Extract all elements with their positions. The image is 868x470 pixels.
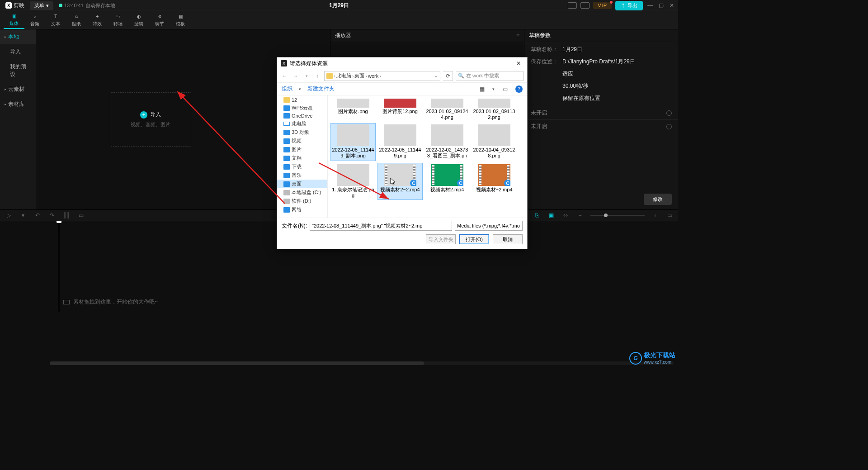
file-item[interactable]: 2022-12-08_111449_副本.png — [330, 123, 376, 161]
cancel-button[interactable]: 取消 — [493, 234, 523, 244]
file-item[interactable]: 2023-01-02_091132.png — [472, 97, 517, 121]
redo-icon[interactable]: ↷ — [48, 211, 56, 219]
open-button[interactable]: 打开(O) — [459, 234, 489, 244]
tree-node-软件 (D:)[interactable]: 软件 (D:) — [277, 197, 327, 205]
file-item[interactable]: 2022-12-02_143733_看图王_副本.png — [425, 123, 470, 161]
image-thumbnail — [431, 124, 463, 146]
computer-icon — [283, 122, 290, 126]
tree-node-网络[interactable]: 网络 — [277, 205, 327, 214]
tree-node-3D 对象[interactable]: 3D 对象 — [277, 128, 327, 137]
nav-back-icon[interactable]: ← — [281, 72, 289, 80]
close-button[interactable]: ✕ — [668, 2, 675, 9]
preview-pane-icon[interactable]: ▭ — [501, 86, 509, 92]
zoom-out-icon[interactable]: − — [576, 211, 584, 219]
file-item[interactable]: 2023-01-02_091244.png — [425, 97, 470, 121]
tool-tab-调节[interactable]: ⚙调节 — [149, 11, 170, 29]
zoom-slider[interactable] — [590, 215, 645, 216]
scale-icon[interactable]: ⇔ — [561, 211, 570, 219]
help-icon[interactable]: ? — [515, 85, 523, 93]
chevron-down-icon[interactable]: ▾ — [19, 211, 27, 219]
tree-node-OneDrive[interactable]: OneDrive — [277, 112, 327, 119]
tree-node-文档[interactable]: 文档 — [277, 154, 327, 162]
filetype-filter[interactable] — [455, 221, 523, 231]
tool-tab-模板[interactable]: ▦模板 — [170, 11, 191, 29]
tree-node-视频[interactable]: 视频 — [277, 137, 327, 145]
file-item[interactable]: 2022-12-08_111449.png — [377, 123, 423, 161]
dialog-close-button[interactable]: ✕ — [514, 59, 524, 67]
file-item[interactable]: C视频素材2~2.mp4 — [377, 163, 423, 199]
preview-icon[interactable]: ▣ — [547, 211, 555, 219]
chevron-down-icon[interactable]: ⌄ — [434, 73, 438, 79]
export-button[interactable]: ⭱ 导出 — [615, 1, 643, 10]
file-item[interactable]: 2022-10-04_093128.png — [472, 123, 517, 161]
sidebar-item-素材库[interactable]: ▸素材库 — [0, 97, 36, 112]
file-item[interactable]: 图片背景12.png — [377, 97, 423, 121]
breadcrumb-item[interactable]: 此电脑 — [336, 72, 351, 79]
breadcrumb[interactable]: › 此电脑 › 桌面 › work › ⌄ — [324, 71, 440, 81]
undo-icon[interactable]: ↶ — [33, 211, 42, 219]
tree-node-下载[interactable]: 下载 — [277, 162, 327, 171]
breadcrumb-item[interactable]: 桌面 — [354, 72, 364, 79]
tree-node-图片[interactable]: 图片 — [277, 145, 327, 154]
dialog-file-grid[interactable]: 图片素材.png图片背景12.png2023-01-02_091244.png2… — [328, 95, 527, 218]
player-menu-icon[interactable]: ≡ — [516, 33, 519, 39]
import-dropzone[interactable]: + 导入 视频、音频、图片 — [110, 92, 191, 147]
dialog-folder-tree[interactable]: 12WPS云盘OneDrive此电脑3D 对象视频图片文档下载音乐桌面本地磁盘 … — [277, 95, 328, 218]
link-icon[interactable]: ⎘ — [533, 211, 541, 219]
timeline-scrollbar[interactable] — [50, 361, 674, 365]
plus-icon: + — [140, 111, 147, 119]
zoom-in-icon[interactable]: + — [651, 211, 659, 219]
sidebar-item-我的预设[interactable]: 我的预设 — [0, 59, 36, 82]
breadcrumb-item[interactable]: work — [368, 73, 378, 79]
tool-tab-转场[interactable]: ⇆转场 — [108, 11, 128, 29]
file-item[interactable]: 图片素材.png — [330, 97, 376, 121]
import-folder-button[interactable]: 导入文件夹 — [426, 234, 456, 244]
file-item[interactable]: C视频素材2.mp4 — [425, 163, 470, 199]
tree-node-桌面[interactable]: 桌面 — [277, 180, 327, 188]
draft-params-panel: 草稿参数 草稿名称：1月29日保存位置：D:/JianyingPro Draft… — [524, 29, 678, 209]
sidebar-item-云素材[interactable]: ▸云素材 — [0, 82, 36, 97]
sidebar-item-本地[interactable]: ▸本地 — [0, 29, 36, 44]
vip-badge[interactable]: VIP — [593, 2, 612, 9]
refresh-button[interactable]: ⟳ — [443, 71, 453, 81]
tree-node-此电脑[interactable]: 此电脑 — [277, 119, 327, 128]
filename-input[interactable] — [310, 221, 452, 231]
minimize-button[interactable]: — — [646, 2, 654, 9]
new-folder-button[interactable]: 新建文件夹 — [307, 85, 335, 93]
layout-icon[interactable] — [580, 2, 590, 9]
sync-badge-icon: C — [504, 180, 510, 186]
delete-icon[interactable]: ▭ — [77, 211, 85, 219]
nav-up-icon[interactable]: ↑ — [313, 72, 321, 80]
shortcut-icon[interactable] — [568, 2, 577, 9]
sidebar-item-导入[interactable]: 导入 — [0, 44, 36, 59]
nav-forward-icon[interactable]: → — [292, 72, 300, 80]
tool-tab-贴纸[interactable]: ☺贴纸 — [66, 11, 87, 29]
tree-node-12[interactable]: 12 — [277, 96, 327, 104]
fit-icon[interactable]: ▭ — [665, 211, 674, 219]
nav-history-icon[interactable]: ▾ — [302, 72, 311, 80]
dialog-toolbar: 组织 ▾ 新建文件夹 ▦ ▾ ▭ ? — [277, 83, 527, 95]
filename-label: 文件名(N): — [282, 222, 307, 230]
collapse-row-2[interactable]: 未开启 — [524, 119, 678, 133]
tree-node-本地磁盘 (C:)[interactable]: 本地磁盘 (C:) — [277, 188, 327, 197]
modify-button[interactable]: 修改 — [644, 194, 672, 205]
maximize-button[interactable]: ▢ — [657, 2, 665, 9]
tool-tab-文本[interactable]: T文本 — [45, 11, 66, 29]
dialog-search-input[interactable]: 🔍 在 work 中搜索 — [456, 71, 524, 81]
file-item[interactable]: 1. 康奈尔笔记法.png — [330, 163, 376, 199]
tool-tab-特效[interactable]: ✦特效 — [87, 11, 108, 29]
tab-icon: ▦ — [176, 14, 184, 20]
playhead[interactable] — [59, 221, 59, 312]
split-icon[interactable]: ┃┃ — [62, 211, 71, 219]
tool-tab-音频[interactable]: ♪音频 — [24, 11, 45, 29]
collapse-row-1[interactable]: 未开启 — [524, 106, 678, 119]
pointer-tool-icon[interactable]: ▷ — [5, 211, 13, 219]
tree-node-WPS云盘[interactable]: WPS云盘 — [277, 104, 327, 112]
tool-tab-媒体[interactable]: ▣媒体 — [4, 11, 24, 29]
organize-menu[interactable]: 组织 — [282, 85, 292, 93]
tool-tab-滤镜[interactable]: ◐滤镜 — [128, 11, 149, 29]
tree-node-音乐[interactable]: 音乐 — [277, 171, 327, 180]
file-item[interactable]: C视频素材~2.mp4 — [472, 163, 517, 199]
view-mode-icon[interactable]: ▦ — [478, 86, 486, 92]
main-menu-dropdown[interactable]: 菜单 ▾ — [30, 1, 53, 10]
